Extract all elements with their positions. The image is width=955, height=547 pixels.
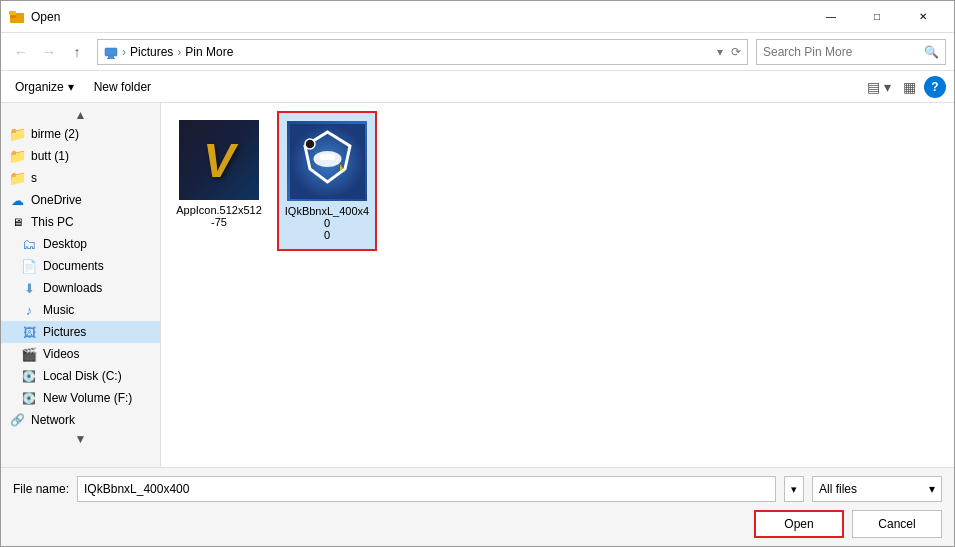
pane-icon: ▦ [903, 79, 916, 95]
v-thumb-image: V [179, 120, 259, 200]
breadcrumb-sep1: › [122, 45, 126, 59]
folder-icon: 🗂 [21, 236, 37, 252]
navigation-toolbar: ← → ↑ › Pictures › Pin More ▾ ⟳ 🔍 [1, 33, 954, 71]
documents-icon: 📄 [21, 258, 37, 274]
up-button[interactable]: ↑ [65, 40, 89, 64]
cancel-label: Cancel [878, 517, 915, 531]
main-content: ▲ 📁 birme (2) 📁 butt (1) 📁 s ☁ OneDrive … [1, 103, 954, 467]
file-name-appicon: AppIcon.512x512-75 [176, 204, 262, 228]
filetype-label: All files [819, 482, 857, 496]
sidebar-label-desktop: Desktop [43, 237, 87, 251]
sidebar-label-this-pc: This PC [31, 215, 74, 229]
sidebar-label-pictures: Pictures [43, 325, 86, 339]
back-button[interactable]: ← [9, 40, 33, 64]
sidebar-item-desktop[interactable]: 🗂 Desktop [1, 233, 160, 255]
disk-icon: 💽 [21, 368, 37, 384]
breadcrumb-dropdown[interactable]: ▾ [717, 45, 723, 59]
sidebar-label-videos: Videos [43, 347, 79, 361]
sidebar-label-butt: butt (1) [31, 149, 69, 163]
action-bar: Organize ▾ New folder ▤ ▾ ▦ ? [1, 71, 954, 103]
window-controls: — □ ✕ [808, 1, 946, 33]
organize-arrow: ▾ [68, 80, 74, 94]
organize-button[interactable]: Organize ▾ [9, 78, 80, 96]
view-mode-button[interactable]: ▤ ▾ [863, 77, 895, 97]
search-input[interactable] [763, 45, 924, 59]
filename-dropdown-button[interactable]: ▾ [784, 476, 804, 502]
filename-label: File name: [13, 482, 69, 496]
sidebar-label-s: s [31, 171, 37, 185]
folder-icon: 📁 [9, 126, 25, 142]
sidebar-label-music: Music [43, 303, 74, 317]
downloads-icon: ⬇ [21, 280, 37, 296]
sidebar-label-new-volume: New Volume (F:) [43, 391, 132, 405]
rl-thumb-image [287, 121, 367, 201]
filetype-select[interactable]: All files ▾ [812, 476, 942, 502]
file-name-iqkbbnxl: IQkBbnxL_400x400 [283, 205, 371, 241]
sidebar-item-pictures[interactable]: 🖼 Pictures [1, 321, 160, 343]
new-folder-button[interactable]: New folder [88, 78, 157, 96]
open-dialog: Open — □ ✕ ← → ↑ › Pictures › Pin More ▾… [0, 0, 955, 547]
search-box[interactable]: 🔍 [756, 39, 946, 65]
sidebar-item-birme[interactable]: 📁 birme (2) [1, 123, 160, 145]
sidebar-item-local-disk[interactable]: 💽 Local Disk (C:) [1, 365, 160, 387]
sidebar-item-videos[interactable]: 🎬 Videos [1, 343, 160, 365]
breadcrumb[interactable]: › Pictures › Pin More ▾ ⟳ [97, 39, 748, 65]
open-label: Open [784, 517, 813, 531]
refresh-button[interactable]: ⟳ [731, 45, 741, 59]
file-thumbnail-appicon: V [179, 120, 259, 200]
cancel-button[interactable]: Cancel [852, 510, 942, 538]
sidebar-item-documents[interactable]: 📄 Documents [1, 255, 160, 277]
footer-buttons: Open Cancel [13, 510, 942, 538]
dialog-title: Open [31, 10, 808, 24]
sidebar-item-s[interactable]: 📁 s [1, 167, 160, 189]
breadcrumb-this-pc[interactable] [104, 45, 118, 59]
help-button[interactable]: ? [924, 76, 946, 98]
svg-rect-3 [105, 48, 117, 56]
search-icon: 🔍 [924, 45, 939, 59]
pictures-icon: 🖼 [21, 324, 37, 340]
sidebar-item-this-pc[interactable]: 🖥 This PC [1, 211, 160, 233]
sidebar-item-music[interactable]: ♪ Music [1, 299, 160, 321]
svg-rect-5 [107, 58, 115, 59]
folder-icon: 📁 [9, 148, 25, 164]
open-button[interactable]: Open [754, 510, 844, 538]
scroll-up-arrow[interactable]: ▲ [1, 107, 160, 123]
volume-icon: 💽 [21, 390, 37, 406]
sidebar-item-network[interactable]: 🔗 Network [1, 409, 160, 431]
sidebar-label-local-disk: Local Disk (C:) [43, 369, 122, 383]
scroll-down-arrow[interactable]: ▼ [1, 431, 160, 447]
sidebar-item-onedrive[interactable]: ☁ OneDrive [1, 189, 160, 211]
sidebar-label-downloads: Downloads [43, 281, 102, 295]
forward-button[interactable]: → [37, 40, 61, 64]
sidebar-label-documents: Documents [43, 259, 104, 273]
sidebar-item-downloads[interactable]: ⬇ Downloads [1, 277, 160, 299]
sidebar-item-new-volume[interactable]: 💽 New Volume (F:) [1, 387, 160, 409]
footer: File name: ▾ All files ▾ Open Cancel [1, 467, 954, 546]
maximize-button[interactable]: □ [854, 1, 900, 33]
folder-icon: 📁 [9, 170, 25, 186]
sidebar-item-butt[interactable]: 📁 butt (1) [1, 145, 160, 167]
close-button[interactable]: ✕ [900, 1, 946, 33]
file-item-appicon[interactable]: V AppIcon.512x512-75 [169, 111, 269, 251]
cloud-icon: ☁ [9, 192, 25, 208]
view-controls: ▤ ▾ ▦ ? [863, 76, 946, 98]
svg-rect-9 [320, 154, 335, 160]
view-icon: ▤ [867, 79, 880, 95]
network-icon: 🔗 [9, 412, 25, 428]
sidebar-label-birme: birme (2) [31, 127, 79, 141]
view-arrow: ▾ [884, 79, 891, 95]
file-item-iqkbbnxl[interactable]: IQkBbnxL_400x400 [277, 111, 377, 251]
minimize-button[interactable]: — [808, 1, 854, 33]
sidebar: ▲ 📁 birme (2) 📁 butt (1) 📁 s ☁ OneDrive … [1, 103, 161, 467]
filename-input[interactable] [77, 476, 776, 502]
organize-label: Organize [15, 80, 64, 94]
sidebar-label-onedrive: OneDrive [31, 193, 82, 207]
breadcrumb-pin-more[interactable]: Pin More [185, 45, 233, 59]
svg-rect-2 [9, 11, 16, 15]
file-area: V AppIcon.512x512-75 [161, 103, 954, 467]
svg-point-10 [305, 139, 315, 149]
footer-filename-row: File name: ▾ All files ▾ [13, 476, 942, 502]
pane-button[interactable]: ▦ [899, 77, 920, 97]
videos-icon: 🎬 [21, 346, 37, 362]
breadcrumb-pictures[interactable]: Pictures [130, 45, 173, 59]
